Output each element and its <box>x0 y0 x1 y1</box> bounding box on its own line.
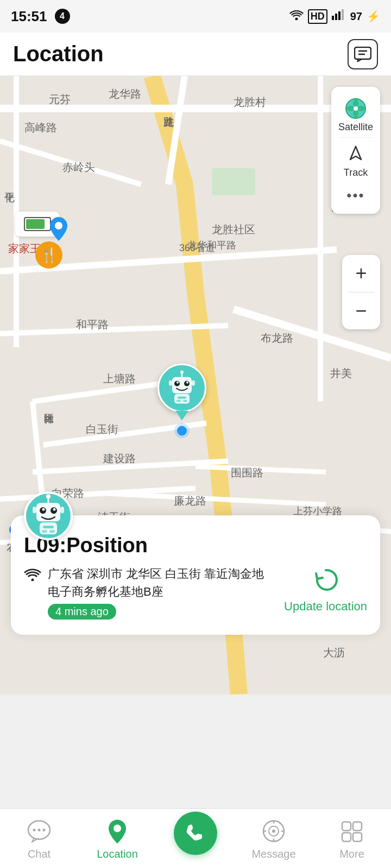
svg-point-62 <box>33 828 36 831</box>
info-card: L09:Position 广东省 深圳市 龙华区 白玉街 靠近淘金地电子商务孵化… <box>11 515 380 635</box>
call-nav-icon <box>174 812 217 855</box>
chat-nav-icon <box>25 817 53 845</box>
svg-point-33 <box>176 381 179 384</box>
message-nav-label: Message <box>251 848 295 860</box>
svg-rect-42 <box>183 400 187 402</box>
nav-item-more[interactable]: More <box>313 817 391 860</box>
wifi-status-icon <box>289 9 304 23</box>
chat-button[interactable] <box>348 39 378 69</box>
map-label-hepinglu: 和平路 <box>76 317 109 332</box>
info-card-left: 广东省 深圳市 龙华区 白玉街 靠近淘金地电子商务孵化基地B座 4 mins a… <box>24 565 275 620</box>
svg-point-60 <box>31 579 34 582</box>
svg-point-34 <box>186 381 188 384</box>
svg-rect-53 <box>60 507 64 513</box>
battery-icon: ⚡ <box>367 10 380 23</box>
update-location-button[interactable]: Update location <box>284 565 367 614</box>
svg-rect-1 <box>332 16 334 20</box>
more-nav-icon <box>338 817 366 845</box>
svg-rect-40 <box>178 397 186 399</box>
map-label-chilingtou: 赤岭头 <box>62 160 95 175</box>
svg-point-28 <box>55 222 62 229</box>
svg-point-50 <box>42 508 45 511</box>
map-label-yuanfen: 元芬 <box>49 92 71 107</box>
message-nav-icon <box>260 817 288 845</box>
track-button[interactable]: Track <box>338 137 373 183</box>
satellite-button[interactable]: Satellite <box>333 92 379 137</box>
track-icon <box>344 142 368 166</box>
pet-avatar <box>24 492 73 540</box>
svg-point-65 <box>113 825 121 832</box>
svg-rect-3 <box>338 11 340 20</box>
more-nav-label: More <box>339 848 364 860</box>
zoom-controls: + − <box>342 255 380 329</box>
map-label-dali: 大沥 <box>323 646 345 660</box>
svg-point-38 <box>180 371 184 374</box>
svg-rect-41 <box>176 400 181 402</box>
zoom-in-button[interactable]: + <box>342 255 380 292</box>
svg-rect-70 <box>353 822 362 831</box>
status-right: HD 97 ⚡ <box>289 9 380 24</box>
svg-rect-69 <box>342 822 351 831</box>
location-address: 广东省 深圳市 龙华区 白玉街 靠近淘金地电子商务孵化基地B座 <box>48 565 275 601</box>
map-label-lianlonglu: 廉龙路 <box>174 494 206 508</box>
status-time: 15:51 <box>11 8 47 25</box>
chat-nav-label: Chat <box>28 848 51 860</box>
track-label: Track <box>344 167 368 178</box>
svg-rect-36 <box>192 380 195 386</box>
hd-icon: HD <box>308 9 327 24</box>
notification-badge: 4 <box>55 9 70 24</box>
status-bar: 15:51 4 HD 97 ⚡ <box>0 0 391 33</box>
svg-point-55 <box>46 494 51 499</box>
svg-rect-71 <box>342 833 351 841</box>
svg-marker-45 <box>350 146 361 159</box>
svg-rect-4 <box>342 9 344 20</box>
page-title: Location <box>13 42 104 66</box>
info-card-body: 广东省 深圳市 龙华区 白玉街 靠近淘金地电子商务孵化基地B座 4 mins a… <box>24 565 367 620</box>
map-label-weiweilou: 围围路 <box>231 465 263 480</box>
map-label-jianshe: 建设路 <box>103 451 136 466</box>
svg-point-67 <box>272 829 275 833</box>
battery-level: 97 <box>350 10 362 23</box>
svg-point-44 <box>354 106 358 111</box>
zoom-out-button[interactable]: − <box>342 292 380 329</box>
satellite-icon <box>344 97 368 120</box>
svg-point-63 <box>38 828 41 831</box>
bottom-nav: Chat Location <box>0 808 391 868</box>
svg-point-0 <box>295 18 298 21</box>
location-nav-icon <box>103 817 131 845</box>
map-label-longshengcun: 龙胜村 <box>234 95 266 110</box>
nav-item-call[interactable] <box>156 812 235 866</box>
signal-icon <box>332 9 346 23</box>
pet-name: L09:Position <box>24 534 367 557</box>
svg-rect-5 <box>355 47 371 59</box>
nav-item-message[interactable]: Message <box>235 817 313 860</box>
map-label-bulonglu: 布龙路 <box>261 331 293 346</box>
svg-rect-72 <box>353 833 362 841</box>
map-label-360: 360省道 <box>179 241 215 254</box>
battery-fill <box>26 219 45 229</box>
status-left: 15:51 4 <box>11 8 70 25</box>
map-container[interactable]: 元芬 龙华路 龙胜村 高峰路 赤岭头 龙胜社区 龙华和平路 和平路 上塘路 白玉… <box>0 76 391 694</box>
svg-rect-9 <box>212 168 255 195</box>
map-label-shangtanglu: 上塘路 <box>103 372 136 386</box>
pet-bubble <box>157 363 206 412</box>
more-options-button[interactable]: ••• <box>341 183 370 208</box>
map-label-longshengshequn: 龙胜社区 <box>212 222 255 237</box>
pet-marker[interactable] <box>157 363 206 436</box>
svg-rect-57 <box>43 526 54 528</box>
satellite-label: Satellite <box>338 122 373 133</box>
map-controls-panel: Satellite Track ••• <box>331 87 380 214</box>
wifi-signal-icon <box>24 567 41 585</box>
svg-rect-52 <box>33 507 36 513</box>
svg-rect-59 <box>49 530 55 533</box>
address-block: 广东省 深圳市 龙华区 白玉街 靠近淘金地电子商务孵化基地B座 4 mins a… <box>48 565 275 620</box>
food-icon: 🍴 <box>35 241 62 269</box>
pet-location-dot <box>177 426 187 436</box>
top-bar: Location <box>0 33 391 76</box>
map-label-baiyujie: 白玉街 <box>86 422 118 437</box>
nav-item-location[interactable]: Location <box>78 817 156 860</box>
map-label-gaofenglu: 高峰路 <box>24 120 57 135</box>
pet-bubble-tail <box>175 411 188 420</box>
nav-item-chat[interactable]: Chat <box>0 817 78 860</box>
update-location-label: Update location <box>284 599 367 614</box>
